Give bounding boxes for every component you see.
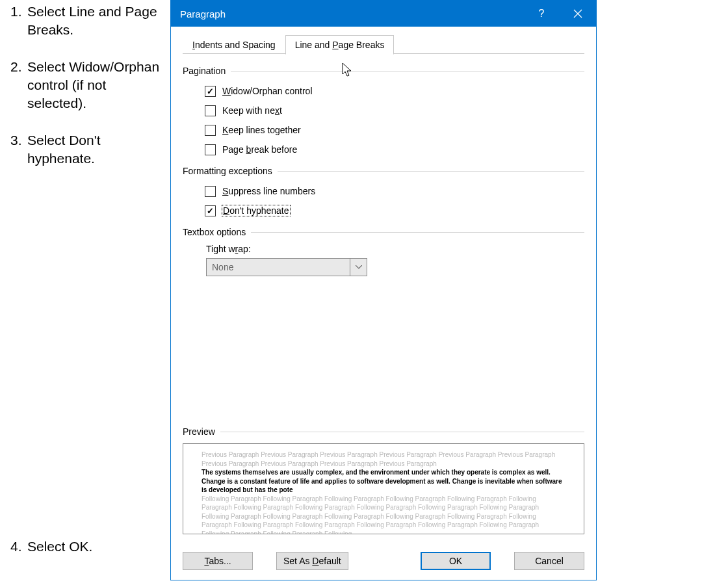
checkbox-icon <box>205 144 216 155</box>
instruction-item: 2. Select Widow/Orphan control (if not s… <box>10 58 160 113</box>
checkbox-page-break-before[interactable]: Page break before <box>205 140 584 159</box>
instruction-text: Select Widow/Orphan control (if not sele… <box>27 58 160 113</box>
checkbox-keep-lines-together[interactable]: Keep lines together <box>205 120 584 140</box>
instruction-number: 4. <box>10 538 27 556</box>
tab-indents-spacing[interactable]: Indents and Spacing <box>183 35 285 55</box>
dialog-titlebar: Paragraph ? <box>171 1 596 27</box>
group-pagination: Pagination Widow/Orphan control Keep wit… <box>183 66 584 159</box>
preview-sample: The systems themselves are usually compl… <box>202 468 566 495</box>
tight-wrap-select: None <box>206 258 367 276</box>
group-label: Formatting exceptions <box>183 166 272 176</box>
checkbox-dont-hyphenate[interactable]: Don't hyphenate <box>205 201 584 220</box>
cancel-button[interactable]: Cancel <box>514 552 584 570</box>
preview-following: Following Paragraph Following Paragraph … <box>202 495 566 535</box>
group-formatting-exceptions: Formatting exceptions Suppress line numb… <box>183 166 584 220</box>
checkbox-icon <box>205 86 216 97</box>
chevron-down-icon <box>350 259 367 276</box>
dialog-tabs: Indents and Spacing Line and Page Breaks <box>183 33 584 54</box>
ok-button[interactable]: OK <box>421 552 491 570</box>
instruction-item: 4. Select OK. <box>10 538 92 556</box>
dialog-title: Paragraph <box>180 8 226 20</box>
close-icon <box>573 9 582 18</box>
tabs-button[interactable]: Tabs... <box>183 552 253 570</box>
help-button[interactable]: ? <box>523 1 560 27</box>
dialog-footer: Tabs... Set As Default OK Cancel <box>171 542 596 580</box>
instruction-text: Select Don't hyphenate. <box>27 131 160 168</box>
set-as-default-button[interactable]: Set As Default <box>276 552 348 570</box>
instruction-number: 2. <box>10 58 27 113</box>
preview-previous: Previous Paragraph Previous Paragraph Pr… <box>202 450 566 468</box>
instructions-panel: 1. Select Line and Page Breaks. 2. Selec… <box>10 3 160 186</box>
paragraph-dialog: Paragraph ? Indents and Spacing Line and… <box>170 0 597 580</box>
tight-wrap-value: None <box>207 262 350 272</box>
group-label: Textbox options <box>183 227 246 237</box>
checkbox-icon <box>205 125 216 136</box>
checkbox-icon <box>205 205 216 216</box>
tab-line-page-breaks[interactable]: Line and Page Breaks <box>285 35 395 55</box>
checkbox-keep-with-next[interactable]: Keep with next <box>205 101 584 120</box>
checkbox-icon <box>205 105 216 116</box>
instruction-item: 1. Select Line and Page Breaks. <box>10 3 160 40</box>
close-button[interactable] <box>560 1 596 27</box>
instruction-text: Select Line and Page Breaks. <box>27 3 160 40</box>
group-label: Pagination <box>183 66 226 76</box>
instruction-number: 1. <box>10 3 27 40</box>
group-textbox-options: Textbox options Tight wrap: None <box>183 227 584 280</box>
checkbox-widow-orphan[interactable]: Widow/Orphan control <box>205 81 584 101</box>
preview-label: Preview <box>183 426 584 437</box>
preview-box: Previous Paragraph Previous Paragraph Pr… <box>183 443 584 534</box>
instruction-item: 3. Select Don't hyphenate. <box>10 131 160 168</box>
instruction-number: 3. <box>10 131 27 168</box>
checkbox-suppress-line-numbers[interactable]: Suppress line numbers <box>205 181 584 201</box>
instruction-text: Select OK. <box>27 538 92 556</box>
checkbox-icon <box>205 186 216 197</box>
